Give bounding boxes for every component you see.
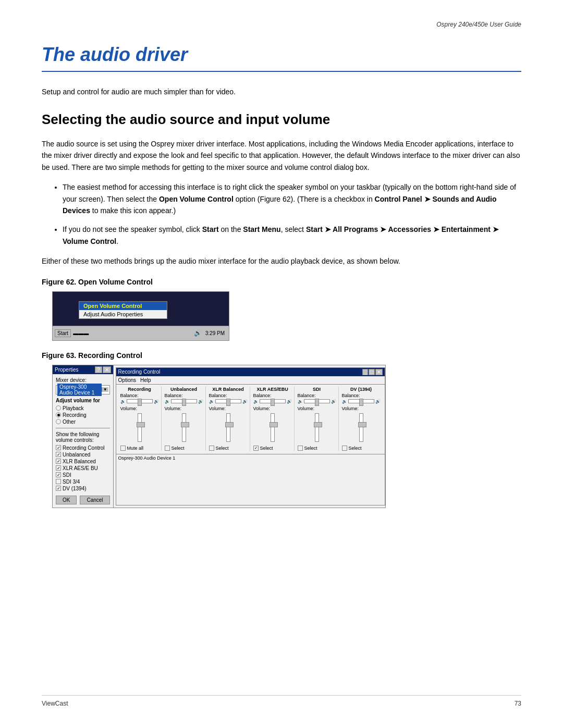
checkbox-sdi-box — [56, 472, 61, 477]
rc-col-balance-label-2: Balance: — [165, 393, 203, 398]
rc-volume-container-2 — [165, 412, 203, 443]
checkbox-xlr-balanced-label: XLR Balanced — [63, 459, 96, 464]
select-checkbox-5[interactable] — [298, 446, 303, 451]
rc-volume-container-3 — [209, 412, 248, 443]
radio-playback-label: Playback — [63, 405, 84, 411]
balance-slider-6[interactable] — [348, 399, 374, 403]
select-label-2: Select — [172, 446, 185, 451]
select-label-4: Select — [260, 446, 273, 451]
volume-slider-2[interactable] — [182, 413, 186, 442]
rc-mute-row: Mute all — [120, 446, 159, 451]
balance-icon-right-2: 🔊 — [198, 399, 203, 404]
rc-col-xlr-balanced-header: XLR Balanced — [209, 387, 248, 392]
checkbox-sdi[interactable]: SDI — [56, 472, 110, 478]
footer-left: ViewCast — [42, 700, 68, 707]
figure62-container: Open Volume Control Adjust Audio Propert… — [52, 291, 521, 341]
rc-col-sdi-header: SDI — [298, 387, 336, 392]
checkbox-sdi-label: SDI — [63, 472, 71, 478]
rc-col-sdi: SDI Balance: 🔉 🔊 Volume: — [296, 387, 339, 451]
recording-control-panel: Recording Control _ □ ✕ Options Help Rec… — [116, 367, 385, 505]
volume-slider-4[interactable] — [271, 413, 275, 442]
cancel-button[interactable]: Cancel — [80, 496, 109, 504]
mute-checkbox[interactable] — [120, 446, 126, 451]
radio-playback[interactable]: Playback — [56, 405, 110, 411]
show-volume-label: Show the following volume controls: — [56, 431, 110, 443]
balance-icon-left-5: 🔉 — [298, 399, 303, 404]
rc-balance-row-3: 🔉 🔊 — [209, 399, 248, 404]
rc-minimize-btn[interactable]: _ — [362, 369, 368, 375]
checkbox-xlr-aesebu-box — [56, 465, 61, 471]
volume-slider-6[interactable] — [359, 413, 363, 442]
balance-icon-right-4: 🔊 — [287, 399, 292, 404]
rc-col-balance-label-5: Balance: — [298, 393, 336, 398]
rc-maximize-btn[interactable]: □ — [369, 369, 374, 375]
radio-other-circle — [56, 419, 61, 424]
rc-col-volume-label-2: Volume: — [165, 406, 203, 411]
rc-col-recording-header: Recording — [120, 387, 159, 392]
select-checkbox-4[interactable] — [253, 446, 259, 451]
mixer-device-label: Mixer device: — [56, 377, 110, 383]
rc-col-dv1394-header: DV (1394) — [342, 387, 381, 392]
rc-col-balance-label-4: Balance: — [253, 393, 292, 398]
checkbox-recording-control-label: Recording Control — [63, 445, 105, 451]
rc-col-volume-label-3: Volume: — [209, 406, 248, 411]
rc-col-volume-label-4: Volume: — [253, 406, 292, 411]
divider — [56, 428, 110, 428]
rc-col-balance-label-6: Balance: — [342, 393, 381, 398]
select-checkbox-2[interactable] — [165, 446, 170, 451]
volume-slider-5[interactable] — [315, 413, 319, 442]
checkbox-xlr-aesebu[interactable]: XLR AES/E BU — [56, 465, 110, 471]
volume-slider[interactable] — [138, 413, 142, 442]
rc-volume-container — [120, 412, 159, 443]
select-checkbox-6[interactable] — [342, 446, 347, 451]
mixer-device-select[interactable]: Osprey-300 Audio Device 1 ▼ — [56, 385, 110, 394]
select-checkbox-3[interactable] — [209, 446, 214, 451]
mixer-device-arrow: ▼ — [102, 387, 108, 392]
checkbox-unbalanced[interactable]: Unbalanced — [56, 452, 110, 458]
radio-recording[interactable]: Recording — [56, 412, 110, 418]
taskbar-items: Start ▬▬▬ — [55, 329, 89, 337]
rc-col-xlr-balanced: XLR Balanced Balance: 🔉 🔊 Volume: — [207, 387, 250, 451]
body-paragraph-1: The audio source is set using the Osprey… — [42, 138, 521, 173]
checkbox-sdi34[interactable]: SDI 3/4 — [56, 479, 110, 485]
rc-close-btn[interactable]: ✕ — [375, 369, 383, 375]
balance-slider-4[interactable] — [260, 399, 286, 403]
rc-balance-row: 🔉 🔊 — [120, 399, 159, 404]
rc-col-recording: Recording Balance: 🔉 🔊 Volume: — [118, 387, 162, 451]
rc-volume-container-4 — [253, 412, 292, 443]
rc-col-dv1394: DV (1394) Balance: 🔉 🔊 Volume: — [340, 387, 383, 451]
speaker-icon: 🔊 — [194, 329, 202, 337]
rc-col-volume-label-6: Volume: — [342, 406, 381, 411]
rc-col-xlr-aesebu: XLR AES/EBU Balance: 🔉 🔊 Volume: — [251, 387, 295, 451]
rc-select-row-2: Select — [165, 446, 203, 451]
properties-help-btn[interactable]: ? — [95, 366, 102, 373]
chapter-title: The audio driver — [42, 44, 521, 72]
volume-slider-3[interactable] — [226, 413, 230, 442]
rc-menu-options[interactable]: Options — [118, 377, 136, 383]
checkbox-xlr-aesebu-label: XLR AES/E BU — [63, 465, 98, 471]
figure63-screenshot: Properties ? ✕ Mixer device: Osprey-300 … — [52, 365, 386, 508]
rc-menu-help[interactable]: Help — [140, 377, 151, 383]
balance-slider[interactable] — [127, 399, 153, 403]
properties-close-btn[interactable]: ✕ — [103, 366, 111, 373]
figure63-container: Properties ? ✕ Mixer device: Osprey-300 … — [52, 365, 521, 508]
balance-slider-3[interactable] — [215, 399, 241, 403]
balance-icon-left-4: 🔉 — [253, 399, 259, 404]
bullet-item-1: The easiest method for accessing this in… — [63, 181, 521, 216]
ok-button[interactable]: OK — [56, 496, 77, 504]
balance-slider-2[interactable] — [171, 399, 197, 403]
rc-col-xlr-aesebu-header: XLR AES/EBU — [253, 387, 292, 392]
checkbox-dv1394[interactable]: DV (1394) — [56, 486, 110, 491]
taskbar-clock: 3:29 PM — [203, 329, 227, 337]
balance-slider-5[interactable] — [304, 399, 330, 403]
radio-other[interactable]: Other — [56, 419, 110, 425]
balance-icon-right-3: 🔊 — [242, 399, 248, 404]
rc-balance-row-5: 🔉 🔊 — [298, 399, 336, 404]
select-label-3: Select — [216, 446, 229, 451]
checkbox-dv1394-box — [56, 486, 61, 491]
figure62-taskbar: Start ▬▬▬ 🔊 3:29 PM — [53, 326, 229, 340]
checkbox-recording-control[interactable]: Recording Control — [56, 445, 110, 451]
checkbox-xlr-balanced[interactable]: XLR Balanced — [56, 459, 110, 464]
adjust-audio-properties-menu-item: Adjust Audio Properties — [79, 310, 167, 318]
figure62-screenshot: Open Volume Control Adjust Audio Propert… — [52, 291, 229, 341]
